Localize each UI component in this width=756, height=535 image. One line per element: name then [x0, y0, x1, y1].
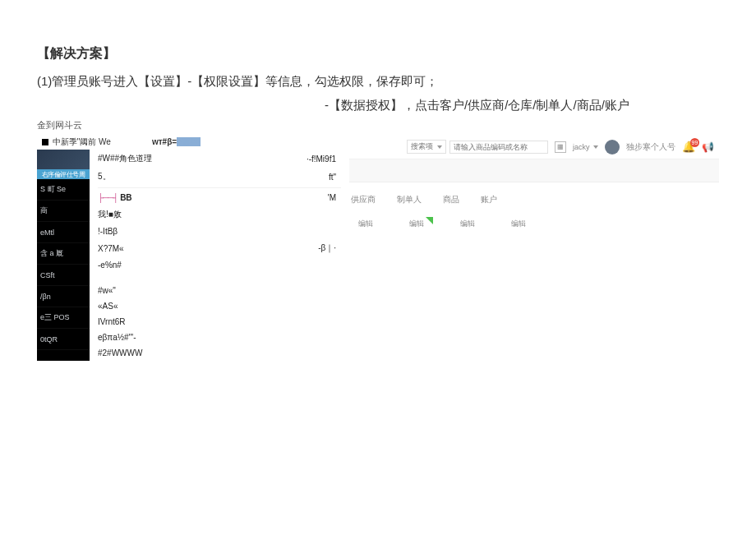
sidebar: 右序倫评仕号周 S 町 Se 商 eMtl 含 a 厩 CSft /βn e三 … — [37, 150, 90, 361]
left-header-text-b: wт#β=a事#+ — [152, 136, 201, 148]
edit-label: 编辑 — [460, 219, 475, 228]
edit-cell-3[interactable]: 编辑 — [504, 219, 533, 229]
account-name: 独步寒个人号 — [626, 141, 675, 153]
sidebar-item-label: 含 a 厩 — [40, 248, 63, 259]
search-input[interactable] — [449, 141, 548, 154]
row6-a: X?7M« — [98, 244, 124, 253]
chevron-down-icon — [593, 145, 598, 149]
row1-b: ·-f!Mi9f1 — [307, 155, 336, 164]
sidebar-item-label: CSft — [40, 271, 55, 279]
qr-icon[interactable]: ▦ — [555, 141, 566, 153]
row2-a: 5。 — [98, 171, 111, 182]
settings-row-2: 5。 ft" — [98, 168, 341, 186]
settings-row-3: ├──┤ BB 'M — [98, 190, 341, 205]
sidebar-item-2[interactable]: eMtl — [37, 222, 90, 243]
left-header-b-colored: a事#+ — [177, 137, 201, 146]
active-corner-icon — [426, 217, 433, 224]
sidebar-item-5[interactable]: /βn — [37, 286, 90, 307]
left-header-b-prefix: wт#β= — [152, 137, 177, 146]
sidebar-item-label: 商 — [40, 205, 48, 216]
announcement-icon[interactable]: 📢 — [702, 141, 714, 153]
settings-row-9: «AS« — [98, 298, 341, 314]
row3-a: BB — [120, 193, 131, 202]
search-select[interactable]: 搜索项 — [407, 140, 446, 154]
tab-account[interactable]: 账户 — [481, 194, 497, 205]
square-icon — [42, 139, 48, 145]
avatar[interactable] — [605, 140, 620, 155]
step-line-1: (1)管理员账号进入【设置】-【权限设置】等信息，勾选权限，保存即可； — [37, 72, 719, 91]
edit-label: 编辑 — [358, 219, 373, 228]
row3-left: ├──┤ BB — [98, 193, 132, 202]
sidebar-item-3[interactable]: 含 a 厩 — [37, 243, 90, 265]
settings-row-7: -e%n# — [98, 257, 341, 273]
edit-label: 编辑 — [511, 219, 526, 228]
bracket-icon: ├──┤ — [98, 193, 118, 202]
tab-supplier[interactable]: 供应商 — [351, 194, 376, 205]
sidebar-item-label: eMtl — [40, 228, 54, 237]
row6-b: -β｜· — [318, 242, 336, 254]
settings-row-6: X?7M« -β｜· — [98, 239, 341, 257]
left-header-text-a: 中新季"阈前 We — [42, 136, 111, 148]
search-group: 搜索项 — [407, 140, 548, 154]
search-select-label: 搜索项 — [411, 142, 433, 150]
sidebar-item-7[interactable]: 0tQR — [37, 329, 90, 350]
sidebar-item-label: S 町 Se — [40, 184, 66, 195]
sidebar-item-label: 0tQR — [40, 335, 58, 344]
right-screenshot: 搜索项 ▦ jacky 独步寒个人号 🔔 99 📢 — [349, 135, 719, 361]
sidebar-item-0[interactable]: S 町 Se — [37, 179, 90, 201]
settings-row-10: IVrnt6R — [98, 314, 341, 330]
step-line-2: -【数据授权】，点击客户/供应商/仓库/制单人/商品/账户 — [325, 96, 719, 115]
left-screenshot: 中新季"阈前 We wт#β=a事#+ 右序倫评仕号周 S 町 Se 商 eMt… — [37, 135, 341, 361]
user-name-label: jacky — [573, 143, 590, 151]
edit-cell-0[interactable]: 编辑 — [351, 219, 380, 229]
sidebar-item-label: e三 POS — [40, 312, 70, 323]
settings-row-12: #2#WWWW — [98, 345, 341, 361]
notification-bell[interactable]: 🔔 99 — [682, 141, 695, 153]
tab-product[interactable]: 商品 — [443, 194, 459, 205]
sidebar-item-label: /βn — [40, 293, 51, 301]
edit-label: 编辑 — [409, 219, 424, 228]
settings-row-8: #w«" — [98, 283, 341, 298]
screenshot-container: 中新季"阈前 We wт#β=a事#+ 右序倫评仕号周 S 町 Se 商 eMt… — [37, 135, 719, 361]
row2-b: ft" — [329, 173, 336, 182]
auth-tabs: 供应商 制单人 商品 账户 — [349, 182, 719, 210]
notif-badge: 99 — [690, 138, 699, 147]
row3-b: 'M — [328, 193, 336, 202]
settings-panel: #W##角色道理 ·-f!Mi9f1 5。 ft" ├──┤ BB 'M — [90, 150, 341, 361]
divider — [98, 187, 341, 188]
solution-heading: 【解决方案】 — [37, 45, 719, 62]
left-header: 中新季"阈前 We wт#β=a事#+ — [37, 135, 341, 150]
edit-row: 编辑 编辑 编辑 编辑 — [349, 210, 719, 238]
sidebar-item-4[interactable]: CSft — [37, 265, 90, 286]
row1-a: #W##角色道理 — [98, 153, 152, 164]
settings-row-4: 我!■敫 — [98, 205, 341, 224]
screenshot-caption: 金到网斗云 — [37, 119, 719, 131]
edit-cell-1[interactable]: 编辑 — [402, 219, 431, 229]
left-header-a-label: 中新季"阈前 We — [53, 137, 111, 146]
chevron-down-icon — [437, 145, 442, 149]
edit-cell-2[interactable]: 编辑 — [453, 219, 482, 229]
toolbar-row — [349, 159, 719, 182]
settings-row-1: #W##角色道理 ·-f!Mi9f1 — [98, 150, 341, 168]
settings-row-11: eβπа½#"'- — [98, 330, 341, 345]
tab-creator[interactable]: 制单人 — [397, 194, 422, 205]
sidebar-item-6[interactable]: e三 POS — [37, 307, 90, 329]
top-bar: 搜索项 ▦ jacky 独步寒个人号 🔔 99 📢 — [349, 135, 719, 159]
sidebar-banner-label: 右序倫评仕号周 — [37, 169, 90, 179]
sidebar-banner: 右序倫评仕号周 — [37, 150, 90, 179]
user-name[interactable]: jacky — [573, 143, 598, 151]
settings-row-5: !-ItBβ — [98, 224, 341, 239]
sidebar-item-1[interactable]: 商 — [37, 201, 90, 222]
